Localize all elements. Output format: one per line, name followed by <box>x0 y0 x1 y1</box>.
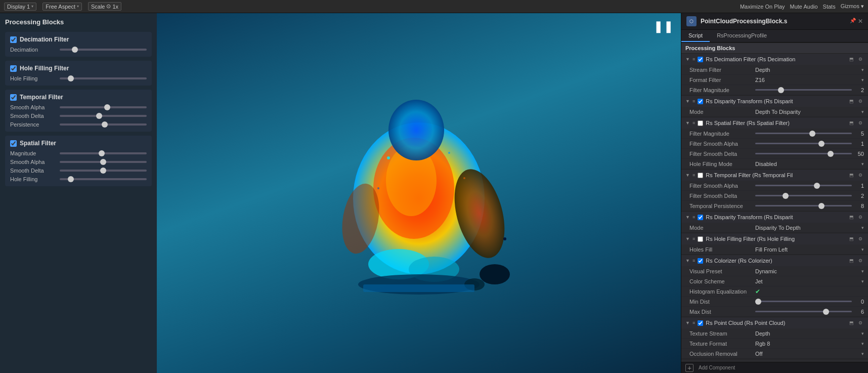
copy-icon-colorizer[interactable]: ⬒ <box>848 257 855 264</box>
add-component-btn[interactable]: + <box>685 364 693 372</box>
decimation-param-label: Decimation <box>10 47 56 53</box>
filter-smooth-delta-spatial-slider[interactable] <box>755 153 852 154</box>
display-select[interactable]: Display 1 ▾ <box>4 3 36 11</box>
histogram-eq-checkbox[interactable]: ✔ <box>755 288 760 295</box>
point-cloud-figure <box>313 87 525 300</box>
persistence-slider[interactable] <box>60 123 147 126</box>
menu-icon-decimation[interactable]: ⚙ <box>857 56 864 63</box>
min-dist-slider[interactable] <box>755 301 852 302</box>
filter-smooth-alpha-temporal-slider[interactable] <box>755 185 852 186</box>
component-colorizer: ▼ ≡ Rs Colorizer (Rs Colorizer) ⬒ ⚙ Visu… <box>681 255 868 317</box>
bottom-bar-label: Add Component <box>699 365 735 370</box>
component-header-temporal[interactable]: ▼ ≡ Rs Temporal Filter (Rs Temporal Fil … <box>681 170 868 181</box>
component-temporal: ▼ ≡ Rs Temporal Filter (Rs Temporal Fil … <box>681 170 868 212</box>
filter-smooth-delta-temporal-slider[interactable] <box>755 195 852 196</box>
chevron-point-cloud: ▼ <box>685 320 690 325</box>
smooth-alpha-temporal-slider[interactable] <box>60 106 147 108</box>
stats-btn[interactable]: Stats <box>823 4 836 10</box>
enabled-icon-disparity2: ≡ <box>692 215 695 220</box>
component-header-decimation[interactable]: ▼ ≡ Rs Decimation Filter (Rs Decimation … <box>681 54 868 65</box>
hole-filling-slider-container <box>60 77 147 79</box>
checkbox-temporal[interactable] <box>698 173 703 178</box>
component-header-point-cloud[interactable]: ▼ ≡ Rs Point Cloud (Rs Point Cloud) ⬒ ⚙ <box>681 317 868 328</box>
menu-icon-disparity2[interactable]: ⚙ <box>857 214 864 221</box>
menu-icon-temporal[interactable]: ⚙ <box>857 172 864 179</box>
gizmos-btn[interactable]: Gizmos ▾ <box>841 3 864 10</box>
copy-icon-hole-filling[interactable]: ⬒ <box>848 235 855 242</box>
param-row-smooth-delta-spatial: Smooth Delta <box>10 168 147 174</box>
checkbox-decimation[interactable] <box>698 57 703 62</box>
checkbox-spatial[interactable] <box>698 120 703 126</box>
component-header-disparity1[interactable]: ▼ ≡ Rs Disparity Transform (Rs Disparit … <box>681 96 868 107</box>
copy-icon-disparity2[interactable]: ⬒ <box>848 214 855 221</box>
smooth-delta-spatial-slider-container <box>60 170 147 172</box>
decimation-slider[interactable] <box>60 49 147 51</box>
hole-filling-slider[interactable] <box>60 77 147 79</box>
menu-icon-spatial[interactable]: ⚙ <box>857 119 864 127</box>
checkbox-disparity1[interactable] <box>698 99 703 104</box>
max-dist-slider[interactable] <box>755 311 852 312</box>
filter-smooth-alpha-spatial-slider[interactable] <box>755 143 852 144</box>
svg-point-14 <box>463 177 465 179</box>
copy-icon-decimation[interactable]: ⬒ <box>848 56 855 63</box>
filter-block-spatial: Spatial Filter Magnitude Smooth Alpha Sm… <box>5 136 152 186</box>
chevron-hole-filling: ▼ <box>685 236 690 241</box>
copy-icon-spatial[interactable]: ⬒ <box>848 119 855 127</box>
aspect-select[interactable]: Free Aspect ▾ <box>42 3 82 11</box>
menu-icon-disparity1[interactable]: ⚙ <box>857 98 864 105</box>
filter-block-decimation: Decimation Filter Decimation <box>5 32 152 57</box>
prop-visual-preset: Visual Preset Dynamic ▾ <box>681 266 868 276</box>
hole-filling-spatial-slider-container <box>60 178 147 180</box>
decimation-checkbox[interactable] <box>10 36 17 43</box>
smooth-delta-temporal-slider[interactable] <box>60 115 147 117</box>
copy-icon-disparity1[interactable]: ⬒ <box>848 98 855 105</box>
scale-select[interactable]: Scale ⊙ 1x <box>88 2 121 11</box>
menu-icon-colorizer[interactable]: ⚙ <box>857 257 864 264</box>
checkbox-hole-filling-comp[interactable] <box>698 236 703 242</box>
stream-filter-arrow: ▾ <box>861 67 864 72</box>
component-header-disparity2[interactable]: ▼ ≡ Rs Disparity Transform (Rs Disparit … <box>681 212 868 223</box>
tab-script[interactable]: Script <box>681 30 710 42</box>
prop-format-filter: Format Filter Z16 ▾ <box>681 75 868 85</box>
persistence-label: Persistence <box>10 121 56 128</box>
checkbox-point-cloud[interactable] <box>698 320 703 326</box>
component-header-colorizer[interactable]: ▼ ≡ Rs Colorizer (Rs Colorizer) ⬒ ⚙ <box>681 255 868 266</box>
chevron-decimation: ▼ <box>685 57 690 62</box>
mute-audio-btn[interactable]: Mute Audio <box>790 4 818 10</box>
copy-icon-point-cloud[interactable]: ⬒ <box>848 319 855 326</box>
magnitude-spatial-label: Magnitude <box>10 150 56 156</box>
menu-icon-hole-filling[interactable]: ⚙ <box>857 235 864 242</box>
component-header-hole-filling[interactable]: ▼ ≡ Rs Hole Filling Filter (Rs Hole Fill… <box>681 233 868 244</box>
viewport[interactable]: ❚❚ <box>157 13 681 373</box>
gizmos-arrow: ▾ <box>861 3 864 9</box>
hole-filling-spatial-slider[interactable] <box>60 178 147 180</box>
menu-icon-point-cloud[interactable]: ⚙ <box>857 319 864 326</box>
inspector-close-icon[interactable]: ✕ <box>858 18 863 25</box>
spatial-checkbox[interactable] <box>10 140 17 147</box>
component-header-spatial[interactable]: ▼ ≡ Rs Spatial Filter (Rs Spatial Filter… <box>681 117 868 129</box>
chevron-temporal: ▼ <box>685 173 690 178</box>
smooth-delta-spatial-slider[interactable] <box>60 170 147 172</box>
checkbox-disparity2[interactable] <box>698 215 703 220</box>
hole-filling-checkbox[interactable] <box>10 65 17 72</box>
prop-filter-magnitude-spatial: Filter Magnitude 5 <box>681 129 868 139</box>
decimation-comp-title: Rs Decimation Filter (Rs Decimation <box>706 56 845 62</box>
texture-format-arrow: ▾ <box>861 341 864 346</box>
chevron-spatial: ▼ <box>685 120 690 126</box>
temporal-comp-icons: ⬒ ⚙ <box>848 172 864 179</box>
magnitude-spatial-slider[interactable] <box>60 152 147 154</box>
maximize-btn[interactable]: Maximize On Play <box>740 4 785 10</box>
temporal-checkbox[interactable] <box>10 94 17 101</box>
checkbox-colorizer[interactable] <box>698 258 703 264</box>
filter-magnitude-slider[interactable] <box>755 89 852 91</box>
smooth-alpha-spatial-slider[interactable] <box>60 161 147 163</box>
copy-icon-temporal[interactable]: ⬒ <box>848 172 855 179</box>
smooth-alpha-temporal-slider-container <box>60 106 147 108</box>
tab-rs-processing-profile[interactable]: RsProcessingProfile <box>710 30 774 42</box>
temporal-persistence-slider[interactable] <box>755 205 852 206</box>
filter-magnitude-spatial-slider[interactable] <box>755 133 852 134</box>
spatial-comp-icons: ⬒ ⚙ <box>848 119 864 127</box>
component-decimation: ▼ ≡ Rs Decimation Filter (Rs Decimation … <box>681 54 868 96</box>
hole-filling-label: Hole Filling Filter <box>20 65 69 72</box>
inspector-pin-icon[interactable]: 📌 <box>850 18 856 25</box>
